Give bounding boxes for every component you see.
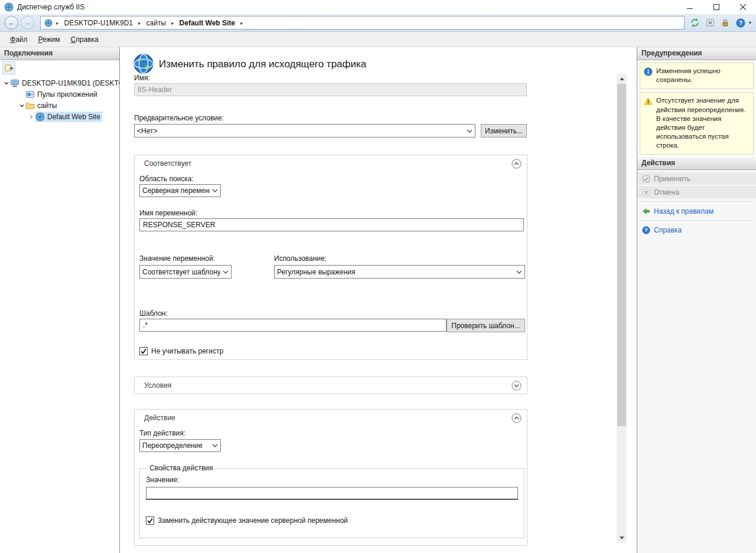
connections-tree: DESKTOP-U1MK9D1 (DESKTOP Пулы приложений… <box>0 76 119 122</box>
page-title: Изменить правило для исходящего трафика <box>159 58 366 70</box>
breadcrumb-item-server[interactable]: DESKTOP-U1MK9D1 <box>63 18 135 28</box>
action-type-select[interactable]: Переопределение <box>139 439 221 452</box>
action-section: Действие Тип действия: Переопределение С… <box>134 409 527 546</box>
using-value: Регулярные выражения <box>277 268 514 276</box>
expander-icon[interactable] <box>18 103 25 109</box>
info-alert-text: Изменения успешно сохранены. <box>656 67 750 84</box>
maximize-button[interactable] <box>703 0 729 14</box>
using-label: Использование: <box>274 254 327 263</box>
collapse-icon[interactable] <box>511 413 522 423</box>
tree-node-sites[interactable]: сайты <box>0 100 119 111</box>
page-globe-icon <box>133 53 154 74</box>
match-section-header[interactable]: Соответствует <box>135 155 527 172</box>
vertical-scrollbar[interactable] <box>617 74 627 543</box>
back-button[interactable]: ← <box>5 16 18 30</box>
help-icon <box>642 226 650 234</box>
scrollbar-up-button[interactable] <box>617 74 627 84</box>
help-label: Справка <box>654 226 682 234</box>
warning-alert: Отсутствует значение для действия переоп… <box>640 92 754 155</box>
menu-bar: Файл Режим Справка <box>0 32 756 47</box>
name-label: Имя: <box>134 74 150 82</box>
iis-manager-window: Диспетчер служб IIS ← → ▸ DESKTOP-U1MK9D… <box>0 0 756 553</box>
warning-alert-text: Отсутствует значение для действия переоп… <box>656 96 750 150</box>
variable-name-input[interactable] <box>139 218 524 231</box>
variable-value-value: Соответствует шаблону <box>142 268 220 276</box>
warning-icon <box>644 97 653 106</box>
cancel-label: Отмена <box>654 188 679 197</box>
replace-value-row[interactable]: Заменить действующее значение серверной … <box>146 516 518 525</box>
forward-button[interactable]: → <box>21 16 34 30</box>
breadcrumb-item-default-web-site[interactable]: Default Web Site <box>178 18 237 28</box>
refresh-icon[interactable] <box>689 17 700 28</box>
test-pattern-button[interactable]: Проверить шаблон... <box>447 319 525 332</box>
variable-value-select[interactable]: Соответствует шаблону <box>139 265 232 279</box>
help-icon[interactable] <box>735 17 747 28</box>
site-globe-icon <box>35 112 45 122</box>
tree-node-label: сайты <box>37 102 57 110</box>
action-section-header[interactable]: Действие <box>135 410 527 426</box>
globe-icon <box>44 19 53 27</box>
expander-icon[interactable] <box>27 114 35 120</box>
help-link[interactable]: Справка <box>637 224 756 236</box>
back-to-rules-link[interactable]: Назад к правилам <box>637 205 756 217</box>
using-select[interactable]: Регулярные выражения <box>274 265 525 279</box>
cancel-button[interactable]: Отмена <box>637 186 756 198</box>
conditions-section-header[interactable]: Условия <box>135 377 527 394</box>
edit-precondition-button[interactable]: Изменить... <box>481 124 527 138</box>
expander-icon[interactable] <box>2 80 10 86</box>
lock-icon[interactable] <box>720 17 731 28</box>
tree-node-app-pools[interactable]: Пулы приложений <box>0 89 119 100</box>
apply-button[interactable]: Применить <box>637 172 756 185</box>
window-controls <box>676 0 756 14</box>
pattern-input[interactable] <box>139 319 447 332</box>
chevron-down-icon <box>212 444 218 447</box>
menu-help[interactable]: Справка <box>66 34 104 45</box>
name-input[interactable] <box>134 83 527 96</box>
back-arrow-icon <box>642 207 650 215</box>
checkbox-checked-icon[interactable] <box>139 347 148 355</box>
connections-toolbar <box>0 60 119 76</box>
tree-node-label: DESKTOP-U1MK9D1 (DESKTOP <box>22 79 119 87</box>
tree-node-default-web-site[interactable]: Default Web Site <box>0 111 119 122</box>
tree-node-server[interactable]: DESKTOP-U1MK9D1 (DESKTOP <box>0 77 119 89</box>
ignore-case-label: Не учитывать регистр <box>151 347 223 355</box>
sites-folder-icon <box>25 101 35 110</box>
precondition-label: Предварительное условие: <box>134 114 224 122</box>
scrollbar-thumb[interactable] <box>617 84 626 426</box>
actions-header: Действия <box>637 157 756 170</box>
server-icon <box>10 78 19 88</box>
menu-mode[interactable]: Режим <box>33 34 66 45</box>
precondition-value: <Нет> <box>137 127 464 135</box>
expand-icon[interactable] <box>511 381 522 391</box>
stop-icon[interactable] <box>705 17 716 28</box>
breadcrumb-item-sites[interactable]: сайты <box>145 18 168 28</box>
chevron-down-icon <box>223 270 229 274</box>
pattern-label: Шаблон: <box>139 309 168 318</box>
collapse-icon[interactable] <box>511 159 522 169</box>
action-properties-group: Свойства действия Значение: Заменить дей… <box>139 464 524 538</box>
chevron-down-icon <box>467 129 472 133</box>
title-bar: Диспетчер служб IIS <box>0 0 756 14</box>
apply-label: Применить <box>654 175 690 183</box>
precondition-select[interactable]: <Нет> <box>134 124 475 138</box>
scrollbar-down-button[interactable] <box>617 533 627 543</box>
action-type-value: Переопределение <box>142 441 210 450</box>
help-dropdown-caret[interactable]: ▾ <box>749 20 751 25</box>
checkbox-checked-icon[interactable] <box>146 516 154 525</box>
action-value-input[interactable] <box>146 487 518 500</box>
scope-select[interactable]: Серверная переменная <box>139 184 221 197</box>
selected-tree-item[interactable]: Default Web Site <box>35 112 102 122</box>
match-section-title: Соответствует <box>144 159 191 168</box>
alerts-list: Изменения успешно сохранены. Отсутствует… <box>637 60 756 157</box>
breadcrumb-separator: ▸ <box>136 20 143 26</box>
app-icon <box>4 2 14 12</box>
chevron-down-icon <box>516 270 522 274</box>
tree-node-label: Default Web Site <box>47 113 100 121</box>
menu-file[interactable]: Файл <box>5 34 33 45</box>
create-connection-button[interactable] <box>2 61 15 74</box>
close-button[interactable] <box>729 0 756 14</box>
minimize-button[interactable] <box>676 0 703 14</box>
ignore-case-row[interactable]: Не учитывать регистр <box>139 347 223 355</box>
scope-value: Серверная переменная <box>142 186 210 195</box>
breadcrumb-separator: ▸ <box>54 20 61 26</box>
